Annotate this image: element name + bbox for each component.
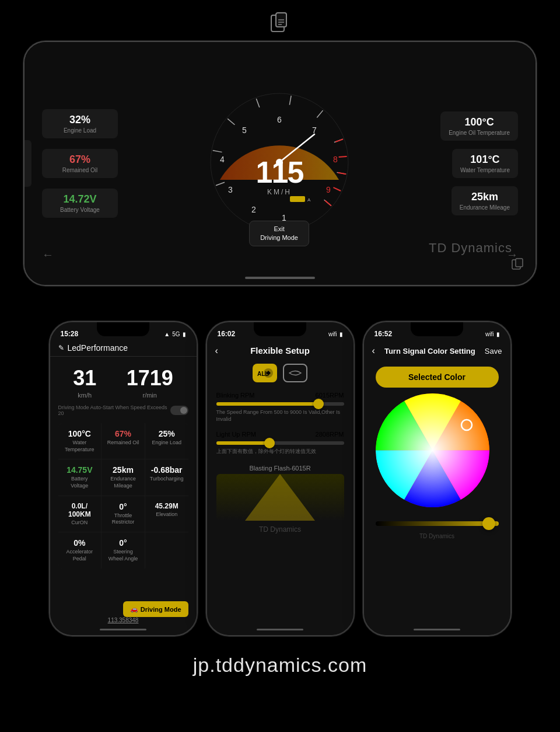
lp-toggle-switch[interactable] xyxy=(170,406,188,415)
home-bar-center xyxy=(257,629,303,630)
brightness-thumb[interactable] xyxy=(482,517,495,530)
driving-mode-button[interactable]: 🚗 Driving Mode xyxy=(123,601,188,617)
landscape-phone: 32% Engine Load 67% Remained Oil 14.72V … xyxy=(23,41,537,286)
water-temp-box: 101°C Water Temperature xyxy=(452,149,518,178)
lightup-rpm-slider-fill xyxy=(216,441,270,445)
color-wheel[interactable] xyxy=(376,393,489,507)
lp-throttle-val: 0° xyxy=(106,502,140,511)
speedometer-svg: 6 5 4 3 7 8 9 2 1 115 KM/H xyxy=(198,81,361,232)
lp-throttle-label: ThrottleRestrictor xyxy=(106,513,140,526)
phone-led-performance: 15:28 ▲ 5G ▮ ✎ LedPerformance 31 km/h 17… xyxy=(49,321,198,636)
blinking-rpm-slider-fill xyxy=(216,402,318,406)
lp-turbo-label: Turbocharging xyxy=(150,476,184,483)
lp-cell-remained-oil: 67% Remained Oil xyxy=(102,423,145,459)
lightup-rpm-row: Light Up RPM 2808RPM xyxy=(207,427,354,439)
status-time-right: 16:52 xyxy=(374,330,393,338)
lp-cell-battery: 14.75V BatteryVoltage xyxy=(58,459,102,495)
home-bar-landscape xyxy=(245,277,315,279)
ts-save-button[interactable]: Save xyxy=(485,347,502,355)
flash-triangle xyxy=(245,474,315,521)
dashboard: 32% Engine Load 67% Remained Oil 14.72V … xyxy=(24,42,536,285)
water-temp-label: Water Temperature xyxy=(460,167,510,173)
lp-elevation-label: Elevation xyxy=(150,511,184,518)
lp-serial: 113.358348 xyxy=(58,617,188,623)
endurance-mileage-label: Endurance Mileage xyxy=(460,204,510,211)
arrow-left-icon[interactable]: ← xyxy=(42,248,54,262)
phone-left-notch xyxy=(97,322,149,336)
lp-battery-val: 14.75V xyxy=(63,465,97,475)
lp-water-temp-val: 100°C xyxy=(63,429,97,438)
lp-cell-engine-load: 25% Engine Load xyxy=(145,423,188,459)
water-temp-value: 101°C xyxy=(460,154,510,166)
battery-voltage-value: 14.72V xyxy=(50,193,110,205)
endurance-mileage-value: 25km xyxy=(460,191,510,203)
flash-label: Blasting Flash-6015R xyxy=(207,460,354,474)
dashboard-left-stats: 32% Engine Load 67% Remained Oil 14.72V … xyxy=(42,109,118,218)
status-icons-center: wifi ▮ xyxy=(328,331,342,337)
blinking-rpm-slider[interactable] xyxy=(216,402,344,406)
endurance-mileage-box: 25km Endurance Mileage xyxy=(452,186,518,215)
engine-load-value: 32% xyxy=(50,114,110,126)
lp-elevation-val: 45.29M xyxy=(150,502,184,510)
signal-icon-left: ▲ xyxy=(164,331,170,337)
phone-turn-signal: 16:52 wifi ▮ ‹ Turn Signal Color Setting… xyxy=(363,321,512,636)
flash-visualization xyxy=(216,474,344,521)
phone-right-screen: 16:52 wifi ▮ ‹ Turn Signal Color Setting… xyxy=(364,322,510,635)
svg-text:9: 9 xyxy=(326,185,331,194)
arrow-right-icon[interactable]: → xyxy=(506,248,518,262)
lp-cell-curon: 0.0L/100KM CurON xyxy=(58,496,102,532)
lightup-rpm-slider-thumb[interactable] xyxy=(264,438,275,448)
lightup-rpm-slider-wrap xyxy=(207,439,354,446)
lp-speed-unit: km/h xyxy=(73,392,96,399)
ts-header: ‹ Turn Signal Color Setting Save xyxy=(364,343,510,361)
lightup-rpm-hint: 上面下面有数值，除外每个灯的转速值无效 xyxy=(207,446,354,460)
lp-rpm-value: 1719 xyxy=(127,366,173,391)
svg-text:KM/H: KM/H xyxy=(267,188,292,196)
blinking-rpm-label: Blinking RPM xyxy=(216,392,255,399)
drive-label: Driving Mode xyxy=(141,606,181,613)
svg-text:8: 8 xyxy=(333,155,338,164)
svg-text:7: 7 xyxy=(312,126,317,135)
svg-point-40 xyxy=(376,393,489,507)
blinking-rpm-slider-thumb[interactable] xyxy=(313,399,324,409)
exit-driving-mode-button[interactable]: Exit Driving Mode xyxy=(249,221,309,247)
remained-oil-box: 67% Remained Oil xyxy=(42,149,118,178)
fs-icon-mode2[interactable] xyxy=(283,364,307,382)
lp-stats-grid: 100°C WaterTemperature 67% Remained Oil … xyxy=(58,423,188,569)
blinking-rpm-value: 6015RPM xyxy=(316,392,344,399)
engine-oil-temp-value: 100°C xyxy=(449,116,510,128)
svg-text:5: 5 xyxy=(242,126,247,135)
lp-cell-steering: 0° SteeringWheel Angle xyxy=(102,532,145,568)
phone-flexible-setup: 16:02 wifi ▮ ‹ Flexible Setup ALL xyxy=(206,321,355,636)
lp-header: ✎ LedPerformance xyxy=(50,343,197,357)
lp-main-stats: 31 km/h 1719 r/min xyxy=(50,357,197,401)
brightness-slider[interactable] xyxy=(376,521,499,526)
svg-text:4: 4 xyxy=(220,155,225,164)
lp-curon-label: CurON xyxy=(63,520,97,527)
drive-icon: 🚗 xyxy=(130,605,138,613)
phone-center-notch xyxy=(254,322,306,336)
fs-back-button[interactable]: ‹ xyxy=(215,346,218,356)
fs-header: ‹ Flexible Setup xyxy=(207,343,354,360)
status-time-left: 15:28 xyxy=(61,330,79,338)
ts-title: Turn Signal Color Setting xyxy=(375,347,485,355)
battery-icon-center: ▮ xyxy=(340,331,343,337)
home-bar-left xyxy=(100,629,146,630)
status-time-center: 16:02 xyxy=(218,330,236,338)
lp-accel-val: 0% xyxy=(63,538,97,548)
selected-color-button[interactable]: Selected Color xyxy=(376,367,499,388)
svg-text:2: 2 xyxy=(251,205,256,214)
lp-endurance-val: 25km xyxy=(106,465,140,475)
fs-icons-row: ALL xyxy=(207,360,354,388)
phone-left-screen: 15:28 ▲ 5G ▮ ✎ LedPerformance 31 km/h 17… xyxy=(50,322,197,635)
lp-rpm-stat: 1719 r/min xyxy=(127,366,173,399)
lightup-rpm-slider[interactable] xyxy=(216,441,344,445)
fs-icon-active[interactable]: ALL xyxy=(253,364,277,382)
lp-toggle-row: Driving Mode Auto-Start When Speed Excee… xyxy=(50,401,197,420)
website-url: jp.tddynamics.com xyxy=(0,636,560,688)
lp-remained-oil-val: 67% xyxy=(106,429,140,438)
lp-cell-empty xyxy=(145,532,188,568)
lp-cell-accel: 0% AcceleratorPedal xyxy=(58,532,102,568)
app-top-icon xyxy=(0,0,560,35)
remained-oil-label: Remained Oil xyxy=(50,167,110,173)
